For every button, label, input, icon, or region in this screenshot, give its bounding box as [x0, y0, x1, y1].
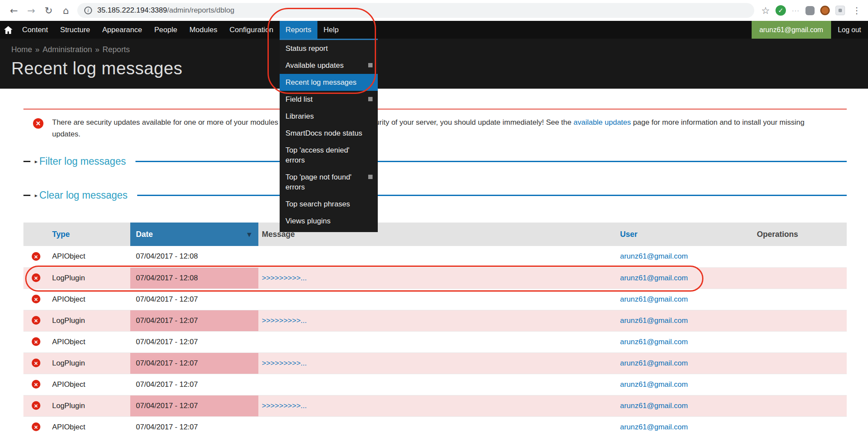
- url-path: /admin/reports/dblog: [167, 6, 234, 15]
- browser-chrome: ← → ↻ ⌂ i 35.185.222.194:3389/admin/repo…: [0, 0, 868, 21]
- log-user-link[interactable]: arunz61@gmail.com: [620, 402, 688, 410]
- toolbar-item-people[interactable]: People: [148, 21, 183, 39]
- filter-fieldset-title[interactable]: Filter log messages: [40, 156, 126, 167]
- extension-square-icon[interactable]: [835, 6, 845, 15]
- sort-by-type-link[interactable]: Type: [52, 230, 70, 239]
- toolbar-item-configuration[interactable]: Configuration: [223, 21, 279, 39]
- log-user-link[interactable]: arunz61@gmail.com: [620, 252, 688, 260]
- log-message-cell: [258, 331, 617, 352]
- toolbar-item-reports[interactable]: ReportsStatus reportAvailable updatesRec…: [280, 21, 318, 39]
- log-type-cell: LogPlugin: [49, 267, 130, 289]
- back-icon[interactable]: ←: [5, 5, 23, 16]
- error-icon: ×: [33, 118, 43, 129]
- toolbar-item-appearance[interactable]: Appearance: [96, 21, 149, 39]
- filter-fieldset: ▸ Filter log messages: [23, 155, 847, 168]
- toolbar-item-content[interactable]: Content: [16, 21, 54, 39]
- security-update-message: There are security updates available for…: [52, 116, 829, 140]
- log-message-link[interactable]: >>>>>>>>>...: [262, 402, 307, 410]
- log-message-link[interactable]: >>>>>>>>>...: [262, 359, 307, 367]
- extension-check-icon[interactable]: ✓: [776, 5, 786, 16]
- log-message-cell: >>>>>>>>>...: [258, 310, 617, 331]
- error-icon: ×: [32, 401, 40, 410]
- menu-item-status-report[interactable]: Status report: [280, 40, 378, 57]
- toolbar-item-help[interactable]: Help: [317, 21, 345, 39]
- log-user-link[interactable]: arunz61@gmail.com: [620, 295, 688, 303]
- log-user-link[interactable]: arunz61@gmail.com: [620, 316, 688, 325]
- log-row: ×APIObject07/04/2017 - 12:08arunz61@gmai…: [23, 246, 847, 267]
- collapse-dash-icon: [23, 195, 30, 196]
- severity-cell: ×: [23, 395, 49, 416]
- submenu-indicator-icon: [368, 97, 373, 101]
- available-updates-link[interactable]: available updates: [574, 118, 631, 126]
- error-icon: ×: [32, 295, 40, 303]
- home-icon[interactable]: ⌂: [57, 5, 75, 16]
- menu-item-views-plugins[interactable]: Views plugins: [280, 213, 378, 229]
- log-user-link[interactable]: arunz61@gmail.com: [620, 338, 688, 346]
- log-row: ×APIObject07/04/2017 - 12:07arunz61@gmai…: [23, 289, 847, 310]
- log-type-cell: APIObject: [49, 246, 130, 267]
- forward-icon[interactable]: →: [23, 5, 40, 16]
- menu-item-smartdocs-node-status[interactable]: SmartDocs node status: [280, 125, 378, 142]
- log-message-cell: >>>>>>>>>...: [258, 395, 617, 416]
- log-row: ×LogPlugin07/04/2017 - 12:07>>>>>>>>>...…: [23, 352, 847, 374]
- log-user-cell: arunz61@gmail.com: [617, 395, 753, 416]
- log-type-cell: LogPlugin: [49, 352, 130, 374]
- log-date-cell: 07/04/2017 - 12:07: [130, 395, 258, 416]
- sort-by-user-link[interactable]: User: [620, 230, 637, 239]
- menu-item-top-search-phrases[interactable]: Top search phrases: [280, 196, 378, 213]
- sort-by-date-link[interactable]: Date ▼: [130, 230, 258, 239]
- clear-fieldset-title[interactable]: Clear log messages: [40, 189, 128, 201]
- logout-button[interactable]: Log out: [831, 21, 868, 39]
- menu-item-top-access-denied-errors[interactable]: Top 'access denied' errors: [280, 142, 378, 169]
- log-date-cell: 07/04/2017 - 12:08: [130, 267, 258, 289]
- severity-cell: ×: [23, 267, 49, 289]
- severity-cell: ×: [23, 352, 49, 374]
- account-button[interactable]: arunz61@gmail.com: [752, 21, 831, 39]
- error-icon: ×: [32, 337, 40, 346]
- log-user-link[interactable]: arunz61@gmail.com: [620, 380, 688, 389]
- log-message-link[interactable]: >>>>>>>>>...: [262, 316, 307, 325]
- address-bar[interactable]: i 35.185.222.194:3389/admin/reports/dblo…: [77, 3, 754, 18]
- menu-item-libraries[interactable]: Libraries: [280, 108, 378, 125]
- breadcrumb-item-reports: Reports: [102, 45, 130, 54]
- breadcrumb-item-home[interactable]: Home: [11, 45, 32, 54]
- menu-item-field-list[interactable]: Field list: [280, 91, 378, 108]
- log-message-link[interactable]: >>>>>>>>>...: [262, 274, 307, 282]
- collapsed-arrow-icon: ▸: [35, 192, 38, 199]
- log-operations-cell: [753, 331, 847, 352]
- toolbar-item-modules[interactable]: Modules: [183, 21, 223, 39]
- log-operations-cell: [753, 289, 847, 310]
- log-type-cell: APIObject: [49, 289, 130, 310]
- log-date-cell: 07/04/2017 - 12:07: [130, 331, 258, 352]
- log-operations-cell: [753, 267, 847, 289]
- bookmark-star-icon[interactable]: ☆: [761, 5, 770, 16]
- log-date-cell: 07/04/2017 - 12:07: [130, 416, 258, 432]
- log-message-cell: [258, 289, 617, 310]
- site-info-icon[interactable]: i: [84, 7, 92, 14]
- menu-item-available-updates[interactable]: Available updates: [280, 57, 378, 74]
- browser-menu-icon[interactable]: ⋮: [851, 5, 863, 16]
- log-operations-cell: [753, 352, 847, 374]
- breadcrumb-item-administration[interactable]: Administration: [43, 45, 92, 54]
- extension-dots-icon[interactable]: ⋯: [792, 6, 800, 15]
- page-title: Recent log messages: [11, 59, 868, 78]
- clear-fieldset: ▸ Clear log messages: [23, 189, 847, 202]
- user-column-header: User: [617, 223, 753, 246]
- breadcrumb-separator: »: [35, 45, 40, 54]
- log-type-cell: APIObject: [49, 331, 130, 352]
- log-user-link[interactable]: arunz61@gmail.com: [620, 359, 688, 367]
- menu-item-recent-log-messages[interactable]: Recent log messages: [280, 74, 378, 91]
- extension-gray-icon[interactable]: [805, 6, 815, 15]
- toolbar-menu: ContentStructureAppearancePeopleModulesC…: [16, 21, 345, 39]
- menu-item-top-page-not-found-errors[interactable]: Top 'page not found' errors: [280, 169, 378, 196]
- fieldset-rule: [137, 195, 847, 196]
- log-user-link[interactable]: arunz61@gmail.com: [620, 423, 688, 431]
- log-message-cell: [258, 416, 617, 432]
- log-user-link[interactable]: arunz61@gmail.com: [620, 274, 688, 282]
- drupal-home-icon[interactable]: [0, 21, 16, 39]
- extension-orange-icon[interactable]: [820, 6, 830, 15]
- error-icon: ×: [32, 380, 40, 389]
- reload-icon[interactable]: ↻: [40, 5, 57, 16]
- toolbar-item-structure[interactable]: Structure: [54, 21, 96, 39]
- url-host: 35.185.222.194:3389: [97, 6, 167, 15]
